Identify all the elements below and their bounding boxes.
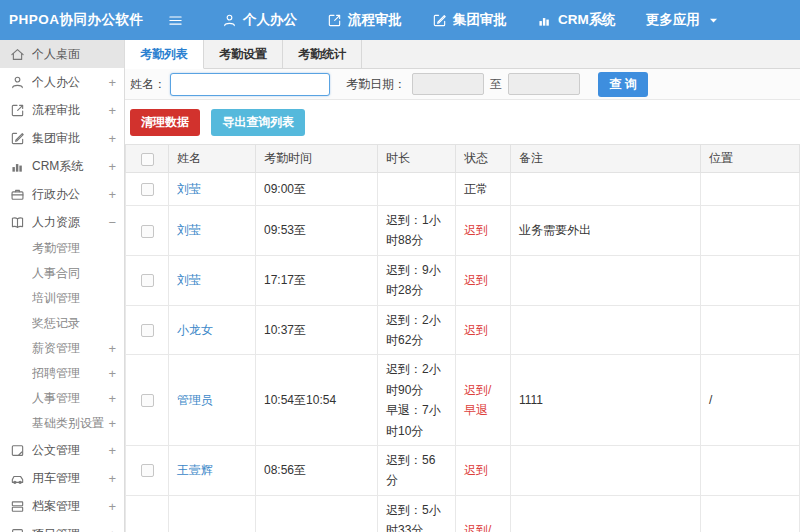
table-row: 刘莹 09:53至 迟到：1小时88分 迟到 业务需要外出 xyxy=(126,206,800,256)
topnav-item-4[interactable]: 更多应用 xyxy=(646,11,721,29)
sidebar-item-label: 个人办公 xyxy=(32,74,108,91)
select-all-checkbox[interactable] xyxy=(141,153,154,166)
archive-icon xyxy=(10,499,25,514)
actions-row: 清理数据 导出查询列表 xyxy=(125,100,800,144)
expand-toggle-icon[interactable]: + xyxy=(108,187,116,202)
sidebar-item-label: 人事管理 xyxy=(32,390,108,407)
sidebar-subitem-6-4[interactable]: 薪资管理+ xyxy=(0,336,124,361)
sidebar-item-0[interactable]: 个人桌面 xyxy=(0,40,124,68)
expand-toggle-icon[interactable]: + xyxy=(108,416,116,431)
note-cell xyxy=(511,173,701,206)
expand-toggle-icon[interactable]: + xyxy=(108,131,116,146)
sidebar-item-label: 项目管理 xyxy=(32,526,108,532)
expand-toggle-icon[interactable]: + xyxy=(108,103,116,118)
user-icon xyxy=(10,75,25,90)
sidebar-item-5[interactable]: 行政办公+ xyxy=(0,180,124,208)
user-icon xyxy=(222,13,237,28)
note-cell: 1111 xyxy=(511,355,701,446)
date-to-input[interactable] xyxy=(508,73,580,95)
search-button[interactable]: 查 询 xyxy=(598,72,648,97)
topnav-item-0[interactable]: 个人办公 xyxy=(222,11,297,29)
expand-toggle-icon[interactable]: + xyxy=(108,366,116,381)
row-checkbox[interactable] xyxy=(141,394,154,407)
topnav-item-3[interactable]: CRM系统 xyxy=(537,11,616,29)
topnav-item-label: CRM系统 xyxy=(558,11,616,29)
sidebar-item-6[interactable]: 人力资源− xyxy=(0,208,124,236)
book-icon xyxy=(10,215,25,230)
sidebar-item-10[interactable]: 项目管理+ xyxy=(0,520,124,532)
employee-name-link[interactable]: 刘莹 xyxy=(177,182,201,196)
note-cell xyxy=(511,255,701,305)
sidebar-item-1[interactable]: 个人办公+ xyxy=(0,68,124,96)
sidebar-subitem-6-6[interactable]: 人事管理+ xyxy=(0,386,124,411)
table-row: 黄蓉 13:20至13:20 迟到：5小时33分早退：4小时67分 迟到/早退 … xyxy=(126,495,800,532)
export-list-button[interactable]: 导出查询列表 xyxy=(211,109,305,136)
employee-name-link[interactable]: 小龙女 xyxy=(177,323,213,337)
employee-name-link[interactable]: 刘莹 xyxy=(177,273,201,287)
topnav-item-label: 集团审批 xyxy=(453,11,507,29)
expand-toggle-icon[interactable]: − xyxy=(108,215,116,230)
topnav-item-label: 个人办公 xyxy=(243,11,297,29)
expand-toggle-icon[interactable]: + xyxy=(108,527,116,532)
hamburger-icon xyxy=(168,13,183,28)
sidebar-item-label: 人事合同 xyxy=(32,265,116,282)
expand-toggle-icon[interactable]: + xyxy=(108,75,116,90)
date-label: 考勤日期： xyxy=(346,76,406,93)
expand-toggle-icon[interactable]: + xyxy=(108,499,116,514)
sidebar-item-9[interactable]: 档案管理+ xyxy=(0,492,124,520)
column-header-2: 时长 xyxy=(378,145,456,173)
filter-row: 姓名： 考勤日期： 至 查 询 xyxy=(125,69,800,100)
tab-2[interactable]: 考勤统计 xyxy=(283,40,362,68)
sidebar-subitem-6-1[interactable]: 人事合同 xyxy=(0,261,124,286)
duration-cell: 迟到：5小时33分早退：4小时67分 xyxy=(378,495,456,532)
row-checkbox[interactable] xyxy=(141,324,154,337)
tab-1[interactable]: 考勤设置 xyxy=(204,40,283,68)
column-header-3: 状态 xyxy=(456,145,511,173)
sidebar-subitem-6-7[interactable]: 基础类别设置+ xyxy=(0,411,124,436)
duration-cell: 迟到：2小时62分 xyxy=(378,305,456,355)
employee-name-link[interactable]: 王壹辉 xyxy=(177,463,213,477)
sidebar-subitem-6-3[interactable]: 奖惩记录 xyxy=(0,311,124,336)
name-input[interactable] xyxy=(170,73,330,96)
menu-toggle-icon[interactable] xyxy=(158,13,192,28)
topnav-item-1[interactable]: 流程审批 xyxy=(327,11,402,29)
note-cell xyxy=(511,445,701,495)
row-checkbox[interactable] xyxy=(141,464,154,477)
attendance-time-cell: 10:37至 xyxy=(256,305,378,355)
employee-name-link[interactable]: 管理员 xyxy=(177,393,213,407)
attendance-time-cell: 09:00至 xyxy=(256,173,378,206)
sidebar-item-4[interactable]: CRM系统+ xyxy=(0,152,124,180)
clean-data-button[interactable]: 清理数据 xyxy=(130,109,200,136)
table-row: 小龙女 10:37至 迟到：2小时62分 迟到 xyxy=(126,305,800,355)
topnav-item-label: 更多应用 xyxy=(646,11,700,29)
sidebar-item-label: 个人桌面 xyxy=(32,46,116,63)
employee-name-link[interactable]: 刘莹 xyxy=(177,223,201,237)
note-cell xyxy=(511,305,701,355)
row-checkbox[interactable] xyxy=(141,225,154,238)
expand-toggle-icon[interactable]: + xyxy=(108,159,116,174)
expand-toggle-icon[interactable]: + xyxy=(108,391,116,406)
expand-toggle-icon[interactable]: + xyxy=(108,341,116,356)
board-icon xyxy=(10,527,25,532)
sidebar-subitem-6-5[interactable]: 招聘管理+ xyxy=(0,361,124,386)
note-cell: 业务需要外出 xyxy=(511,206,701,256)
expand-toggle-icon[interactable]: + xyxy=(108,471,116,486)
date-from-input[interactable] xyxy=(412,73,484,95)
sidebar-submenu: 考勤管理人事合同培训管理奖惩记录薪资管理+招聘管理+人事管理+基础类别设置+ xyxy=(0,236,124,436)
sidebar-item-3[interactable]: 集团审批+ xyxy=(0,124,124,152)
tab-bar: 考勤列表考勤设置考勤统计 xyxy=(125,40,800,69)
sidebar-item-7[interactable]: 公文管理+ xyxy=(0,436,124,464)
sidebar-subitem-6-2[interactable]: 培训管理 xyxy=(0,286,124,311)
topnav-item-2[interactable]: 集团审批 xyxy=(432,11,507,29)
row-checkbox[interactable] xyxy=(141,274,154,287)
tab-0[interactable]: 考勤列表 xyxy=(125,40,204,69)
sidebar-item-2[interactable]: 流程审批+ xyxy=(0,96,124,124)
sidebar-item-label: 奖惩记录 xyxy=(32,315,116,332)
duration-cell: 迟到：1小时88分 xyxy=(378,206,456,256)
expand-toggle-icon[interactable]: + xyxy=(108,443,116,458)
sidebar-item-8[interactable]: 用车管理+ xyxy=(0,464,124,492)
row-checkbox[interactable] xyxy=(141,183,154,196)
top-bar: PHPOA协同办公软件 个人办公流程审批集团审批CRM系统更多应用 xyxy=(0,0,800,40)
edit-icon xyxy=(10,131,25,146)
sidebar-subitem-6-0[interactable]: 考勤管理 xyxy=(0,236,124,261)
